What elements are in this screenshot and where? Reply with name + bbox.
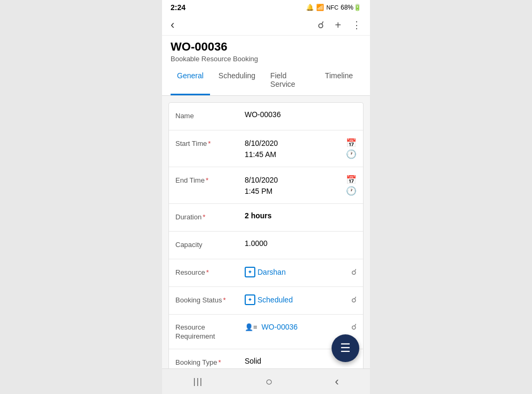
- field-capacity-value: 1.0000: [245, 239, 357, 248]
- field-name-label: Name: [175, 110, 245, 121]
- field-booking-status: Booking Status* ✦ Scheduled ☌: [169, 287, 363, 315]
- signal-icon: NFC: [326, 4, 338, 11]
- fab-icon: ☰: [340, 341, 351, 355]
- status-bar: 2:24 🔔 📶 NFC 68%🔋: [162, 0, 370, 15]
- field-name: Name WO-00036: [169, 103, 363, 130]
- field-booking-type-label: Booking Type*: [175, 357, 245, 367]
- fab-button[interactable]: ☰: [332, 334, 359, 362]
- resource-requirement-search-icon[interactable]: ☌: [351, 322, 357, 332]
- field-duration-label: Duration*: [175, 211, 245, 222]
- field-booking-status-label: Booking Status*: [175, 294, 245, 305]
- field-start-time-value: 8/10/2020 📅 11:45 AM 🕐: [245, 138, 357, 159]
- tab-general[interactable]: General: [171, 66, 210, 95]
- field-duration-value: 2 hours: [245, 211, 357, 220]
- field-name-value: WO-00036: [245, 110, 357, 119]
- tab-timeline[interactable]: Timeline: [319, 66, 359, 95]
- booking-status-text: Scheduled: [257, 296, 293, 304]
- tab-field-service[interactable]: Field Service: [264, 66, 317, 95]
- calendar-icon-end[interactable]: 📅: [346, 175, 357, 185]
- wifi-icon: 📶: [316, 4, 324, 11]
- content-area: Name WO-00036 Start Time* 8/10/2020 📅 11…: [162, 96, 370, 368]
- battery-icon: 68%🔋: [341, 4, 361, 11]
- field-start-time-label: Start Time*: [175, 138, 245, 149]
- requirement-entity-icon: 👤≡: [245, 323, 257, 331]
- field-capacity-label: Capacity: [175, 239, 245, 250]
- status-icons: 🔔 📶 NFC 68%🔋: [306, 4, 361, 11]
- page-title: WO-00036: [171, 40, 361, 54]
- field-end-time-label: End Time*: [175, 175, 245, 185]
- booking-status-entity-icon: ✦: [245, 294, 255, 305]
- alarm-icon: 🔔: [306, 4, 314, 11]
- field-resource-label: Resource*: [175, 267, 245, 277]
- field-booking-status-value: ✦ Scheduled ☌: [245, 294, 357, 305]
- top-nav: ‹ ☌ + ⋮: [162, 15, 370, 36]
- tab-bar: General Scheduling Field Service Timelin…: [162, 66, 370, 96]
- field-start-time: Start Time* 8/10/2020 📅 11:45 AM 🕐: [169, 130, 363, 167]
- bottom-back-button[interactable]: ‹: [335, 375, 338, 389]
- field-resource-requirement-label: Resource Requirement: [175, 322, 245, 341]
- clock-icon-start[interactable]: 🕐: [346, 149, 357, 159]
- resource-requirement-text: WO-00036: [262, 323, 298, 331]
- add-button[interactable]: +: [335, 19, 341, 31]
- resource-entity-icon: ✦: [245, 267, 255, 277]
- booking-status-link[interactable]: ✦ Scheduled: [245, 294, 293, 305]
- status-time: 2:24: [171, 3, 186, 12]
- phone-frame: 2:24 🔔 📶 NFC 68%🔋 ‹ ☌ + ⋮ WO-00036 Booka…: [162, 0, 370, 394]
- booking-status-search-icon[interactable]: ☌: [351, 295, 357, 305]
- field-capacity: Capacity 1.0000: [169, 232, 363, 259]
- resource-link[interactable]: ✦ Darshan: [245, 267, 286, 277]
- field-end-time: End Time* 8/10/2020 📅 1:45 PM 🕐: [169, 167, 363, 204]
- search-button[interactable]: ☌: [318, 19, 324, 31]
- field-resource-value: ✦ Darshan ☌: [245, 267, 357, 277]
- form-card: Name WO-00036 Start Time* 8/10/2020 📅 11…: [168, 102, 364, 368]
- bottom-menu-button[interactable]: |||: [193, 377, 203, 387]
- calendar-icon-start[interactable]: 📅: [346, 138, 357, 148]
- tab-scheduling[interactable]: Scheduling: [212, 66, 262, 95]
- resource-name: Darshan: [257, 268, 286, 276]
- clock-icon-end[interactable]: 🕐: [346, 186, 357, 196]
- page-subtitle: Bookable Resource Booking: [171, 55, 361, 63]
- page-header: WO-00036 Bookable Resource Booking: [162, 36, 370, 66]
- back-button[interactable]: ‹: [171, 18, 174, 32]
- field-resource-requirement-value: 👤≡ WO-00036 ☌: [245, 322, 357, 332]
- bottom-nav-bar: ||| ○ ‹: [162, 368, 370, 394]
- more-button[interactable]: ⋮: [352, 19, 361, 31]
- field-resource: Resource* ✦ Darshan ☌: [169, 259, 363, 287]
- field-end-time-value: 8/10/2020 📅 1:45 PM 🕐: [245, 175, 357, 196]
- resource-requirement-link[interactable]: 👤≡ WO-00036: [245, 323, 297, 331]
- resource-search-icon[interactable]: ☌: [351, 267, 357, 277]
- bottom-home-button[interactable]: ○: [265, 375, 272, 389]
- field-duration: Duration* 2 hours: [169, 204, 363, 232]
